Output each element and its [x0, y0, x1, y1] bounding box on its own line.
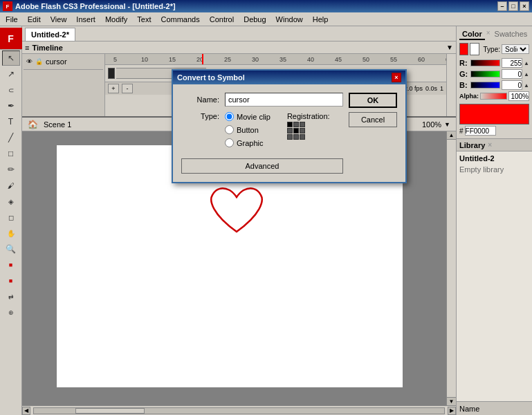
type-options: Movie clip Button Graphic	[225, 112, 270, 150]
dialog-title-bar: Convert to Symbol ×	[173, 71, 405, 84]
reg-dot-tr[interactable]	[300, 122, 305, 127]
ok-button[interactable]: OK	[349, 93, 397, 108]
dialog-buttons: OK Cancel	[349, 93, 397, 174]
name-row: Name:	[181, 93, 343, 107]
type-label: Type:	[181, 112, 219, 120]
reg-dot-ml[interactable]	[287, 128, 293, 133]
button-label: Button	[237, 126, 259, 134]
dialog-overlay: Convert to Symbol × Name: Type:	[0, 0, 532, 415]
registration-grid	[287, 122, 305, 140]
graphic-row: Graphic	[225, 138, 270, 147]
registration-label: Registration:	[287, 112, 330, 120]
reg-dot-tc[interactable]	[293, 122, 299, 127]
dialog-content: Name: Type: Movie clip Button	[173, 84, 405, 182]
movie-clip-row: Movie clip	[225, 112, 270, 121]
button-radio[interactable]	[225, 125, 234, 134]
button-row: Button	[225, 125, 270, 134]
reg-dot-mc[interactable]	[293, 128, 299, 133]
reg-dot-bc[interactable]	[293, 134, 299, 140]
advanced-button[interactable]: Advanced	[181, 158, 343, 174]
name-input[interactable]	[225, 93, 343, 107]
reg-dot-bl[interactable]	[287, 134, 293, 140]
name-label: Name:	[181, 95, 219, 104]
movie-clip-label: Movie clip	[237, 113, 270, 121]
reg-dot-tl[interactable]	[287, 122, 293, 127]
dialog-form: Name: Type: Movie clip Button	[181, 93, 343, 174]
dialog-title-text: Convert to Symbol	[177, 73, 245, 82]
dialog-close-button[interactable]: ×	[392, 73, 401, 82]
type-row: Type: Movie clip Button	[181, 112, 343, 150]
reg-dot-br[interactable]	[300, 134, 305, 140]
registration-section: Registration:	[287, 112, 330, 140]
convert-to-symbol-dialog: Convert to Symbol × Name: Type:	[172, 69, 407, 183]
movie-clip-radio[interactable]	[225, 112, 234, 121]
cancel-button[interactable]: Cancel	[349, 112, 397, 127]
graphic-radio[interactable]	[225, 138, 234, 147]
graphic-label: Graphic	[237, 139, 264, 147]
dialog-main-area: Name: Type: Movie clip Button	[181, 93, 397, 174]
reg-dot-mr[interactable]	[300, 128, 305, 133]
